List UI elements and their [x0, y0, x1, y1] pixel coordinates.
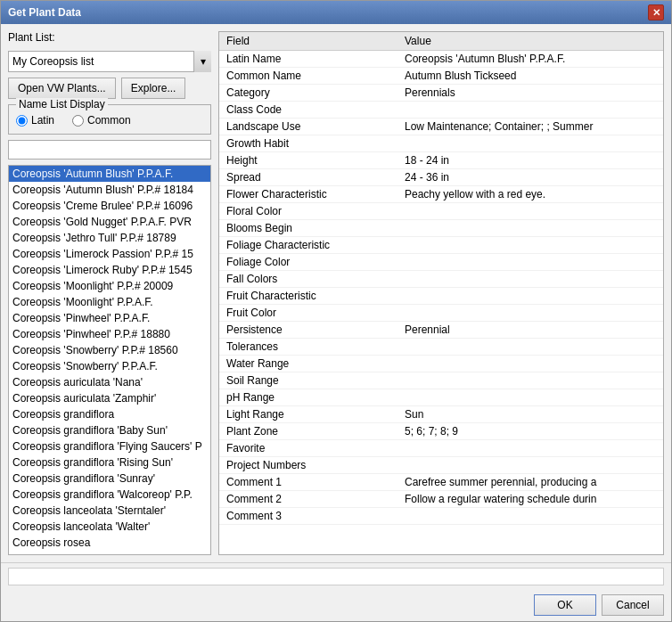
ok-button[interactable]: OK [534, 594, 596, 616]
plant-list-item[interactable]: Coreopsis 'Pinwheel' P.P.A.F. [9, 310, 210, 326]
table-row[interactable]: Fall Colors [219, 271, 663, 288]
cancel-button[interactable]: Cancel [602, 594, 664, 616]
plant-list-item[interactable]: Coreopsis auriculata 'Nana' [9, 374, 210, 390]
field-cell: Common Name [219, 68, 397, 85]
value-cell: 5; 6; 7; 8; 9 [397, 423, 663, 440]
table-row[interactable]: Foliage Color [219, 254, 663, 271]
value-cell: 24 - 36 in [397, 169, 663, 186]
table-row[interactable]: Favorite [219, 440, 663, 457]
plant-list-item[interactable]: Coreopsis lanceolata 'Sterntaler' [9, 503, 210, 519]
plant-list-item[interactable]: Coreopsis grandiflora 'Sunray' [9, 471, 210, 487]
left-panel: Plant List: My Coreopsis list ▾ Open VW … [8, 31, 211, 555]
table-row[interactable]: Foliage Characteristic [219, 237, 663, 254]
field-cell: Fruit Characteristic [219, 288, 397, 305]
value-cell [397, 102, 663, 119]
table-row[interactable]: Light RangeSun [219, 406, 663, 423]
table-body: Latin NameCoreopsis 'Autumn Blush' P.P.A… [219, 51, 663, 525]
value-cell: Coreopsis 'Autumn Blush' P.P.A.F. [397, 51, 663, 68]
plant-list-item[interactable]: Coreopsis 'Snowberry' P.P.# 18560 [9, 342, 210, 358]
value-cell [397, 339, 663, 356]
explore-button[interactable]: Explore... [121, 78, 186, 99]
plant-list-item[interactable]: Coreopsis grandiflora 'Rising Sun' [9, 454, 210, 471]
radio-common-label[interactable]: Common [72, 114, 131, 127]
table-row[interactable]: CategoryPerennials [219, 85, 663, 102]
radio-latin-label[interactable]: Latin [16, 114, 54, 127]
table-row[interactable]: Comment 1Carefree summer perennial, prod… [219, 474, 663, 491]
plant-list-item[interactable]: Coreopsis 'Gold Nugget' P.P.A.F. PVR [9, 214, 210, 230]
table-row[interactable]: PersistencePerennial [219, 322, 663, 339]
plant-list-item[interactable]: Coreopsis 'Limerock Ruby' P.P.# 1545 [9, 262, 210, 278]
plant-list-item[interactable]: Coreopsis 'Snowberry' P.P.A.F. [9, 358, 210, 374]
search-input[interactable] [8, 140, 211, 160]
value-cell [397, 271, 663, 288]
radio-latin[interactable] [16, 115, 28, 127]
plant-listbox[interactable]: Coreopsis 'Autumn Blush' P.P.A.F.Coreops… [8, 165, 211, 555]
table-row[interactable]: Water Range [219, 356, 663, 372]
table-row[interactable]: Project Numbers [219, 457, 663, 474]
plant-list-item[interactable]: Coreopsis grandiflora [9, 406, 210, 422]
table-row[interactable]: Flower CharacteristicPeachy yellow with … [219, 186, 663, 203]
value-cell [397, 237, 663, 254]
field-cell: Comment 3 [219, 508, 397, 525]
field-cell: Persistence [219, 322, 397, 339]
value-cell [397, 372, 663, 389]
field-cell: Soil Range [219, 372, 397, 389]
table-row[interactable]: Latin NameCoreopsis 'Autumn Blush' P.P.A… [219, 51, 663, 68]
plant-list-item[interactable]: Coreopsis 'Autumn Blush' P.P.# 18184 [9, 182, 210, 198]
plant-list-item[interactable]: Coreopsis 'Moonlight' P.P.A.F. [9, 294, 210, 310]
field-cell: Favorite [219, 440, 397, 457]
field-cell: Landscape Use [219, 119, 397, 135]
table-row[interactable]: Landscape UseLow Maintenance; Container;… [219, 119, 663, 135]
data-table-scroll[interactable]: Field Value Latin NameCoreopsis 'Autumn … [219, 32, 663, 554]
open-vw-plants-button[interactable]: Open VW Plants... [8, 78, 116, 99]
close-button[interactable]: ✕ [648, 4, 664, 20]
table-row[interactable]: Plant Zone5; 6; 7; 8; 9 [219, 423, 663, 440]
table-row[interactable]: Comment 3 [219, 508, 663, 525]
field-cell: Height [219, 152, 397, 169]
plant-list-item[interactable]: Coreopsis 'Autumn Blush' P.P.A.F. [9, 166, 210, 182]
value-cell [397, 220, 663, 237]
value-cell: Follow a regular watering schedule durin [397, 491, 663, 508]
table-row[interactable]: Soil Range [219, 372, 663, 389]
plant-list-select[interactable]: My Coreopsis list [8, 51, 211, 72]
plant-list-item[interactable]: Coreopsis 'Limerock Passion' P.P.# 15 [9, 246, 210, 262]
field-cell: Category [219, 85, 397, 102]
action-buttons: Open VW Plants... Explore... [8, 78, 211, 99]
table-row[interactable]: Common NameAutumn Blush Tickseed [219, 68, 663, 85]
table-row[interactable]: Blooms Begin [219, 220, 663, 237]
plant-list-item[interactable]: Coreopsis 'Pinwheel' P.P.# 18880 [9, 326, 210, 342]
plant-list-item[interactable]: Coreopsis auriculata 'Zamphir' [9, 390, 210, 406]
value-cell: 18 - 24 in [397, 152, 663, 169]
field-column-header: Field [219, 32, 397, 51]
field-cell: Class Code [219, 102, 397, 119]
table-row[interactable]: Tolerances [219, 339, 663, 356]
value-cell [397, 508, 663, 525]
right-panel: Field Value Latin NameCoreopsis 'Autumn … [218, 31, 664, 555]
value-cell: Low Maintenance; Container; ; Summer [397, 119, 663, 135]
plant-list-item[interactable]: Coreopsis grandiflora 'Baby Sun' [9, 422, 210, 438]
table-row[interactable]: Class Code [219, 102, 663, 119]
table-row[interactable]: Fruit Color [219, 305, 663, 322]
table-row[interactable]: Height18 - 24 in [219, 152, 663, 169]
field-cell: pH Range [219, 389, 397, 406]
radio-common[interactable] [72, 115, 84, 127]
table-row[interactable]: Spread24 - 36 in [219, 169, 663, 186]
table-row[interactable]: Comment 2Follow a regular watering sched… [219, 491, 663, 508]
plant-list-item[interactable]: Coreopsis 'Creme Brulee' P.P.# 16096 [9, 198, 210, 214]
plant-list-item[interactable]: Coreopsis rosea [9, 535, 210, 551]
table-row[interactable]: pH Range [219, 389, 663, 406]
field-cell: Water Range [219, 356, 397, 372]
field-cell: Blooms Begin [219, 220, 397, 237]
table-row[interactable]: Fruit Characteristic [219, 288, 663, 305]
value-cell [397, 203, 663, 220]
plant-list-item[interactable]: Coreopsis rosea 'American Dream' [9, 551, 210, 555]
plant-list-item[interactable]: Coreopsis 'Jethro Tull' P.P.# 18789 [9, 230, 210, 246]
plant-list-item[interactable]: Coreopsis 'Moonlight' P.P.# 20009 [9, 278, 210, 294]
plant-list-item[interactable]: Coreopsis grandiflora 'Flying Saucers' P [9, 438, 210, 454]
plant-list-item[interactable]: Coreopsis lanceolata 'Walter' [9, 519, 210, 535]
table-row[interactable]: Growth Habit [219, 135, 663, 152]
value-cell [397, 135, 663, 152]
radio-latin-text: Latin [31, 114, 54, 127]
plant-list-item[interactable]: Coreopsis grandiflora 'Walcoreop' P.P. [9, 487, 210, 503]
table-row[interactable]: Floral Color [219, 203, 663, 220]
